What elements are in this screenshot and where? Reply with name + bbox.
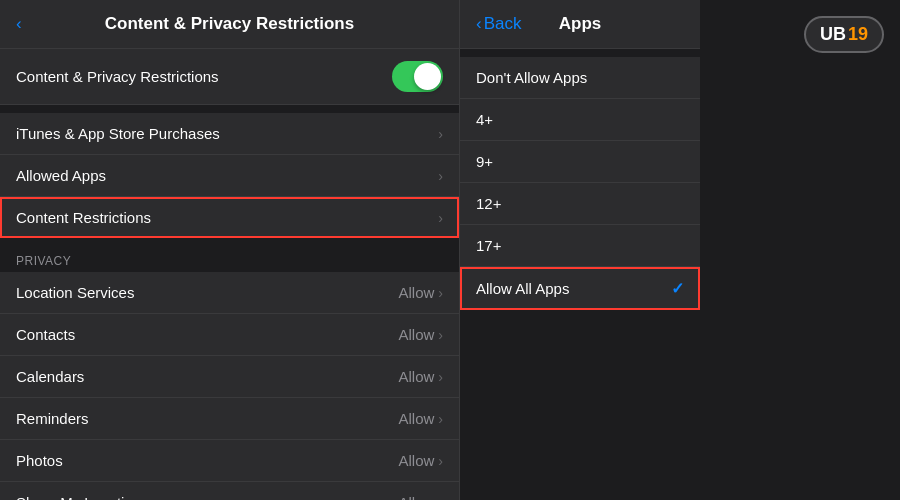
calendars-row[interactable]: Calendars Allow › — [0, 356, 459, 398]
share-location-row[interactable]: Share My Location Allow › — [0, 482, 459, 500]
left-settings-list: Content & Privacy Restrictions iTunes & … — [0, 49, 459, 500]
logo-num-text: 19 — [848, 24, 868, 45]
share-location-label: Share My Location — [16, 494, 141, 500]
reminders-label: Reminders — [16, 410, 89, 427]
photos-right: Allow › — [398, 452, 443, 469]
toggle-section: Content & Privacy Restrictions — [0, 49, 459, 105]
privacy-section-header: PRIVACY — [0, 246, 459, 272]
apps-9plus-label: 9+ — [476, 153, 493, 170]
content-restrictions-label: Content Restrictions — [16, 209, 151, 226]
reminders-row[interactable]: Reminders Allow › — [0, 398, 459, 440]
left-nav-bar: ‹ Content & Privacy Restrictions — [0, 0, 459, 49]
right-back-label: Back — [484, 14, 522, 34]
allow-all-apps-checkmark-icon: ✓ — [671, 279, 684, 298]
allowed-apps-right: › — [438, 168, 443, 184]
content-restrictions-row[interactable]: Content Restrictions › — [0, 197, 459, 238]
right-back-chevron-icon: ‹ — [476, 14, 482, 34]
allow-all-apps-row[interactable]: Allow All Apps ✓ — [460, 267, 700, 310]
location-services-label: Location Services — [16, 284, 134, 301]
itunes-purchases-right: › — [438, 126, 443, 142]
content-privacy-toggle[interactable] — [392, 61, 443, 92]
logo-badge: UB 19 — [804, 16, 884, 53]
allowed-apps-chevron-icon: › — [438, 168, 443, 184]
logo-area: UB 19 — [700, 0, 900, 500]
reminders-chevron-icon: › — [438, 411, 443, 427]
right-back-button[interactable]: ‹ Back — [476, 14, 521, 34]
location-services-row[interactable]: Location Services Allow › — [0, 272, 459, 314]
allowed-apps-row[interactable]: Allowed Apps › — [0, 155, 459, 197]
right-nav-title: Apps — [559, 14, 602, 34]
dont-allow-apps-row[interactable]: Don't Allow Apps — [460, 57, 700, 99]
share-location-chevron-icon: › — [438, 495, 443, 501]
privacy-section: Location Services Allow › Contacts Allow… — [0, 272, 459, 500]
share-location-right: Allow › — [398, 494, 443, 500]
calendars-label: Calendars — [16, 368, 84, 385]
contacts-chevron-icon: › — [438, 327, 443, 343]
apps-4plus-row[interactable]: 4+ — [460, 99, 700, 141]
apps-9plus-row[interactable]: 9+ — [460, 141, 700, 183]
allow-all-apps-label: Allow All Apps — [476, 280, 569, 297]
left-back-chevron: ‹ — [16, 14, 22, 34]
photos-chevron-icon: › — [438, 453, 443, 469]
right-nav-bar: ‹ Back Apps — [460, 0, 700, 49]
reminders-right: Allow › — [398, 410, 443, 427]
location-services-right: Allow › — [398, 284, 443, 301]
content-privacy-toggle-row[interactable]: Content & Privacy Restrictions — [0, 49, 459, 105]
photos-allow-text: Allow — [398, 452, 434, 469]
location-allow-text: Allow — [398, 284, 434, 301]
contacts-allow-text: Allow — [398, 326, 434, 343]
itunes-purchases-label: iTunes & App Store Purchases — [16, 125, 220, 142]
right-apps-list: Don't Allow Apps 4+ 9+ 12+ 17+ Allow All… — [460, 49, 700, 500]
toggle-label: Content & Privacy Restrictions — [16, 68, 219, 85]
content-restrictions-chevron-icon: › — [438, 210, 443, 226]
allowed-apps-label: Allowed Apps — [16, 167, 106, 184]
left-nav-title: Content & Privacy Restrictions — [105, 14, 354, 34]
apps-section: Don't Allow Apps 4+ 9+ 12+ 17+ Allow All… — [460, 57, 700, 310]
apps-4plus-label: 4+ — [476, 111, 493, 128]
itunes-purchases-row[interactable]: iTunes & App Store Purchases › — [0, 113, 459, 155]
calendars-chevron-icon: › — [438, 369, 443, 385]
contacts-right: Allow › — [398, 326, 443, 343]
share-location-allow-text: Allow — [398, 494, 434, 500]
calendars-right: Allow › — [398, 368, 443, 385]
content-restrictions-right: › — [438, 210, 443, 226]
apps-17plus-row[interactable]: 17+ — [460, 225, 700, 267]
logo-ub-text: UB — [820, 24, 846, 45]
photos-row[interactable]: Photos Allow › — [0, 440, 459, 482]
apps-12plus-row[interactable]: 12+ — [460, 183, 700, 225]
photos-label: Photos — [16, 452, 63, 469]
apps-12plus-label: 12+ — [476, 195, 501, 212]
left-panel: ‹ Content & Privacy Restrictions Content… — [0, 0, 460, 500]
calendars-allow-text: Allow — [398, 368, 434, 385]
settings-group-1: iTunes & App Store Purchases › Allowed A… — [0, 113, 459, 238]
contacts-label: Contacts — [16, 326, 75, 343]
itunes-chevron-icon: › — [438, 126, 443, 142]
apps-17plus-label: 17+ — [476, 237, 501, 254]
dont-allow-apps-label: Don't Allow Apps — [476, 69, 587, 86]
contacts-row[interactable]: Contacts Allow › — [0, 314, 459, 356]
reminders-allow-text: Allow — [398, 410, 434, 427]
left-back-button[interactable]: ‹ — [16, 14, 22, 34]
right-panel: ‹ Back Apps Don't Allow Apps 4+ 9+ 12+ 1… — [460, 0, 700, 500]
location-chevron-icon: › — [438, 285, 443, 301]
